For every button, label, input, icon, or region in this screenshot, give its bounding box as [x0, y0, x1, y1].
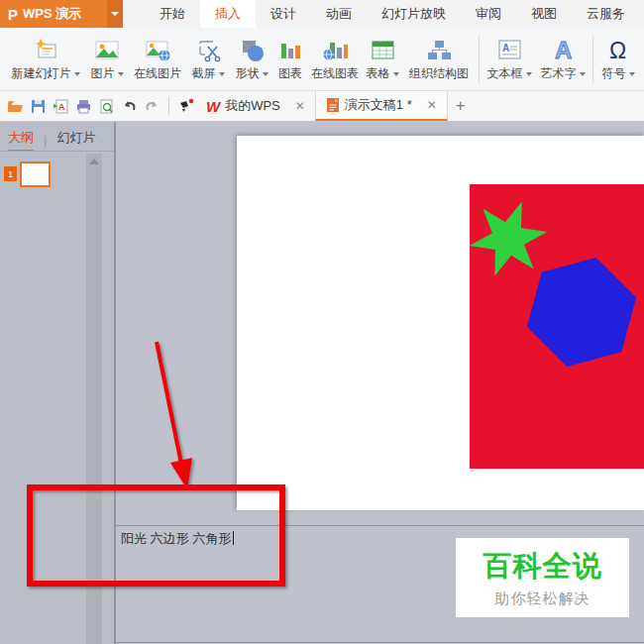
tab-cloud[interactable]: 云服务: [572, 0, 640, 28]
export-pdf-button[interactable]: A: [51, 94, 71, 118]
panel-splitter[interactable]: [114, 122, 116, 644]
screenshot-button[interactable]: 截屏: [186, 33, 230, 88]
watermark-subtitle: 助你轻松解决: [495, 590, 590, 608]
tab-design[interactable]: 设计: [256, 0, 311, 28]
table-icon: [368, 33, 397, 65]
paint-tool-icon: [176, 97, 196, 116]
symbol-button[interactable]: Ω 符号: [596, 33, 640, 88]
chart-icon: [275, 33, 305, 65]
shapes-icon: [237, 33, 267, 65]
slide-thumbnail-item[interactable]: 1: [4, 161, 51, 187]
wordart-label: 艺术字: [541, 65, 577, 82]
panel-tab-separator: |: [44, 133, 47, 148]
print-button[interactable]: [73, 94, 94, 118]
open-folder-button[interactable]: [5, 94, 26, 118]
online-picture-icon: [143, 33, 172, 65]
notes-text: 阳光 六边形 六角形: [121, 531, 231, 546]
textbox-label: 文本框: [487, 65, 523, 82]
outline-slides-panel: 大纲 | 幻灯片 1: [0, 122, 114, 644]
presentation-file-icon: [326, 97, 340, 113]
picture-icon: [92, 33, 122, 65]
redo-button[interactable]: [142, 94, 162, 118]
close-icon[interactable]: ✕: [427, 98, 437, 112]
screenshot-icon: [193, 33, 223, 65]
tab-slideshow[interactable]: 幻灯片放映: [367, 0, 461, 28]
panel-scrollbar[interactable]: [86, 154, 102, 644]
notes-input[interactable]: 阳光 六边形 六角形: [121, 530, 234, 548]
save-icon: [29, 97, 48, 116]
scroll-up-icon: [89, 159, 99, 164]
print-preview-button[interactable]: [96, 94, 117, 118]
slide-canvas[interactable]: [237, 136, 644, 510]
org-chart-label: 组织结构图: [409, 65, 469, 82]
online-chart-icon: [320, 33, 350, 65]
watermark-badge: 百科全说 助你轻松解决: [456, 538, 629, 617]
status-bar-border: [116, 642, 644, 643]
toolbar-separator: [168, 97, 169, 115]
tab-my-wps[interactable]: W 我的WPS ✕: [196, 91, 315, 121]
chart-label: 图表: [278, 65, 302, 82]
tab-home[interactable]: 开始: [145, 0, 200, 28]
ribbon-group-separator: [592, 36, 593, 83]
screenshot-label: 截屏: [192, 65, 216, 82]
svg-text:A: A: [58, 102, 65, 112]
app-menu-dropdown[interactable]: [107, 0, 123, 28]
online-picture-button[interactable]: 在线图片: [129, 33, 186, 88]
quick-access-toolbar: A: [0, 91, 196, 121]
chevron-down-icon: [219, 72, 225, 76]
new-document-tab-button[interactable]: +: [448, 91, 474, 121]
chevron-down-icon: [393, 72, 399, 76]
text-cursor: [233, 531, 234, 545]
tab-my-wps-label: 我的WPS: [225, 97, 280, 115]
chevron-down-icon: [118, 72, 124, 76]
workspace: 大纲 | 幻灯片 1 阳光 六边形 六角形 百科全说 助你轻松解决: [0, 122, 644, 644]
redo-icon: [143, 97, 161, 116]
tab-animation[interactable]: 动画: [311, 0, 367, 28]
online-chart-label: 在线图表: [311, 65, 359, 82]
close-icon[interactable]: ✕: [295, 99, 305, 113]
wps-logo[interactable]: P WPS 演示: [0, 0, 107, 28]
chevron-down-icon: [526, 72, 532, 76]
chart-button[interactable]: 图表: [273, 33, 307, 88]
tab-presentation1[interactable]: 演示文稿1 * ✕: [315, 91, 448, 121]
tab-review[interactable]: 审阅: [461, 0, 516, 28]
chevron-down-icon: [629, 72, 635, 76]
save-button[interactable]: [28, 94, 49, 118]
open-folder-icon: [6, 97, 25, 116]
paint-tool-dropdown[interactable]: [175, 94, 196, 118]
tab-slides[interactable]: 幻灯片: [56, 129, 95, 152]
chevron-down-icon: [263, 72, 268, 76]
tab-outline[interactable]: 大纲: [8, 129, 34, 152]
tab-insert[interactable]: 插入: [200, 0, 256, 28]
chevron-down-icon: [111, 12, 119, 16]
org-chart-button[interactable]: 组织结构图: [402, 33, 476, 88]
slide-thumbnail[interactable]: [20, 161, 51, 187]
org-chart-icon: [424, 33, 454, 65]
print-icon: [74, 97, 93, 116]
wordart-button[interactable]: A 艺术字: [536, 33, 590, 88]
table-button[interactable]: 表格: [363, 33, 402, 88]
online-picture-label: 在线图片: [134, 65, 181, 82]
app-title: WPS 演示: [23, 5, 81, 23]
textbox-button[interactable]: A 文本框: [483, 33, 536, 88]
wordart-icon: A: [548, 33, 578, 65]
shapes-button[interactable]: 形状: [230, 33, 273, 88]
tab-presentation1-label: 演示文稿1 *: [345, 96, 412, 114]
new-slide-button[interactable]: 新建幻灯片: [6, 33, 85, 88]
chevron-down-icon: [580, 72, 586, 76]
online-chart-button[interactable]: 在线图表: [307, 33, 363, 88]
picture-button[interactable]: 图片: [85, 33, 129, 88]
svg-text:Ω: Ω: [609, 38, 626, 63]
textbox-icon: A: [494, 33, 524, 65]
new-slide-icon: [31, 33, 60, 65]
insert-ribbon: 新建幻灯片 图片 在线图片 截屏 形状 图表 在线图表: [0, 28, 644, 91]
panel-divider: [0, 151, 114, 152]
print-preview-icon: [97, 97, 116, 116]
ribbon-tab-bar: 开始 插入 设计 动画 幻灯片放映 审阅 视图 云服务: [145, 0, 640, 28]
tab-view[interactable]: 视图: [516, 0, 572, 28]
notes-separator[interactable]: [116, 525, 644, 526]
undo-button[interactable]: [119, 94, 140, 118]
slide-number-badge: 1: [4, 166, 17, 181]
chevron-down-icon: [74, 72, 80, 76]
document-tab-bar: A W 我的WPS ✕ 演示文稿1 * ✕ +: [0, 91, 644, 122]
